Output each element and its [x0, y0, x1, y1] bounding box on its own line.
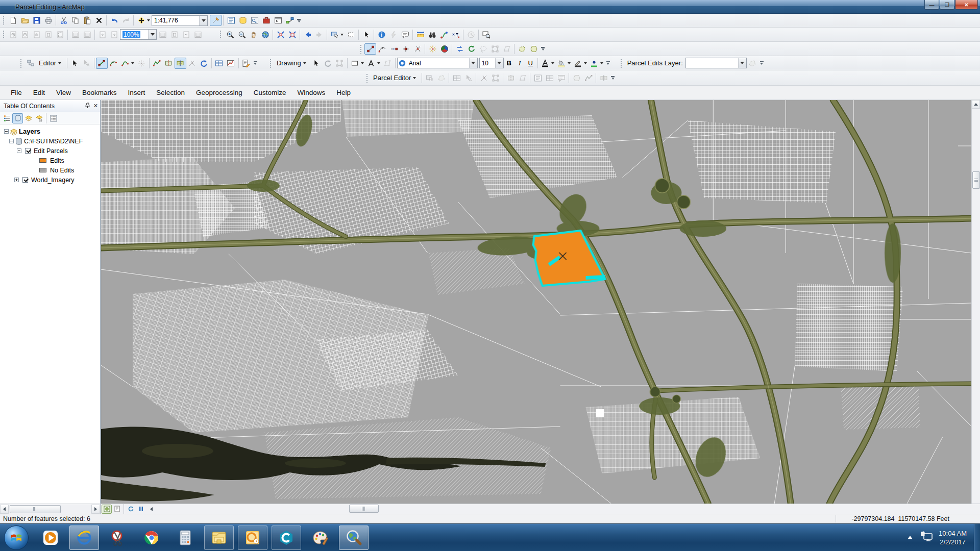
toolbar-overflow[interactable]: [254, 61, 257, 65]
go-back-extent-icon[interactable]: [96, 29, 108, 40]
taskbar-windows-explorer-icon[interactable]: [204, 525, 234, 550]
menu-edit[interactable]: Edit: [28, 87, 51, 98]
tray-expand-icon[interactable]: [907, 534, 913, 541]
edits-legend-label[interactable]: Edits: [50, 157, 64, 164]
parcel-split-icon[interactable]: [478, 72, 489, 84]
toolbar-overflow[interactable]: [606, 61, 610, 65]
close-button[interactable]: ✕: [955, 0, 978, 10]
parcel-merge-icon[interactable]: [505, 72, 517, 84]
cut-polygon-icon[interactable]: [163, 58, 175, 69]
toggle-draft-mode-icon[interactable]: [157, 29, 168, 40]
editor-dock-icon[interactable]: [24, 58, 36, 69]
attributes-icon[interactable]: [213, 58, 225, 69]
taskbar-outlook-icon[interactable]: [238, 525, 267, 550]
zoom-to-selected-icon[interactable]: [334, 58, 346, 69]
scroll-left-arrow[interactable]: [0, 505, 9, 514]
python-window-icon[interactable]: [272, 15, 284, 26]
find-route-icon[interactable]: [438, 29, 450, 40]
parcel-edits-layer-combo[interactable]: [685, 58, 747, 68]
parcel-help-icon[interactable]: [555, 72, 567, 84]
edit-parcels-label[interactable]: Edit Parcels: [34, 147, 68, 155]
menu-geoprocessing[interactable]: Geoprocessing: [190, 87, 248, 98]
split-icon[interactable]: [175, 58, 186, 69]
font-combo[interactable]: Arial: [397, 58, 478, 68]
shape-icon[interactable]: [349, 58, 361, 69]
taskbar-clock[interactable]: 10:04 AM 2/2/2017: [939, 529, 967, 546]
fill-color-dropdown[interactable]: [568, 62, 571, 64]
list-by-source-icon[interactable]: [12, 113, 23, 123]
taskbar-internet-explorer-icon[interactable]: [69, 525, 99, 550]
new-document-icon[interactable]: [7, 15, 19, 26]
parcel-editor-menu[interactable]: Parcel Editor: [371, 74, 420, 82]
undo-icon[interactable]: [108, 15, 120, 26]
no-edits-legend-swatch[interactable]: [39, 168, 46, 172]
parcel-explorer-icon[interactable]: [424, 72, 435, 84]
list-by-visibility-icon[interactable]: [23, 113, 34, 123]
curve-segment-icon[interactable]: [376, 43, 388, 55]
identify-icon[interactable]: [376, 29, 387, 40]
expand-collapse-box[interactable]: [14, 178, 19, 182]
add-data-dropdown[interactable]: [147, 19, 150, 21]
map-horizontal-scrollbar[interactable]: [158, 505, 980, 514]
pin-icon[interactable]: [85, 103, 90, 110]
text-icon[interactable]: [365, 58, 377, 69]
select-features-dropdown[interactable]: [340, 34, 344, 36]
redo-icon[interactable]: [120, 15, 132, 26]
buffer-polygon-icon[interactable]: [516, 43, 528, 55]
world-imagery-checkbox[interactable]: [22, 177, 28, 183]
taskbar-chrome-icon[interactable]: [137, 525, 166, 550]
show-desktop-button[interactable]: [974, 524, 980, 551]
expand-collapse-box[interactable]: [9, 139, 14, 143]
midpoint-icon[interactable]: [136, 58, 148, 69]
endpoint-arc-icon[interactable]: [108, 58, 119, 69]
data-view-button[interactable]: [102, 505, 112, 514]
open-icon[interactable]: [19, 15, 31, 26]
time-slider-icon[interactable]: [465, 29, 477, 40]
scroll-right-arrow[interactable]: [91, 505, 100, 514]
layout-zoom-combo[interactable]: 100%: [120, 29, 157, 40]
expand-collapse-box[interactable]: [4, 129, 9, 134]
layout-view-button[interactable]: [112, 505, 122, 514]
toolbar-grip[interactable]: [620, 59, 623, 68]
zoom-in-icon[interactable]: [224, 29, 236, 40]
font-dropdown[interactable]: [469, 58, 477, 68]
taskbar-arcmap-icon[interactable]: [339, 525, 369, 550]
shape-dropdown[interactable]: [361, 62, 364, 64]
italic-button[interactable]: I: [514, 58, 525, 68]
parcel-construct-icon[interactable]: [571, 72, 582, 84]
taskbar-windows-media-player-icon[interactable]: [36, 525, 65, 550]
toc-scroll-thumb[interactable]: [10, 505, 61, 513]
list-by-selection-icon[interactable]: [34, 113, 44, 123]
editor-toolbar-toggle-icon[interactable]: [210, 15, 222, 26]
edit-parcels-checkbox[interactable]: [25, 148, 31, 154]
pan-icon[interactable]: [248, 29, 259, 40]
no-edits-legend-label[interactable]: No Edits: [50, 167, 74, 174]
reshape-icon[interactable]: [151, 58, 163, 69]
html-popup-icon[interactable]: [399, 29, 411, 40]
select-elements-icon[interactable]: [310, 58, 322, 69]
parcel-details-icon[interactable]: [451, 72, 462, 84]
expand-collapse-box[interactable]: [17, 148, 21, 153]
maximize-button[interactable]: ❐: [940, 0, 954, 10]
cut-icon[interactable]: [58, 15, 69, 26]
parcel-remainder-icon[interactable]: [489, 72, 501, 84]
zoom-out-icon[interactable]: [236, 29, 248, 40]
hyperlink-icon[interactable]: [387, 29, 399, 40]
taskbar-paint-icon[interactable]: [305, 525, 335, 550]
taskbar-snipping-tool-icon[interactable]: [103, 525, 133, 550]
go-back-icon[interactable]: [302, 29, 313, 40]
modelbuilder-window-icon[interactable]: [284, 15, 296, 26]
adjust-net-icon[interactable]: [501, 43, 512, 55]
catalog-window-icon[interactable]: [237, 15, 249, 26]
straight-segment-icon[interactable]: [96, 58, 108, 69]
map-scale-combo[interactable]: 1:41,776: [152, 15, 208, 26]
lasso-icon[interactable]: [477, 43, 489, 55]
map-canvas[interactable]: [101, 100, 971, 504]
font-size-dropdown[interactable]: [495, 58, 503, 68]
vertical-scroll-thumb[interactable]: [972, 171, 980, 189]
rotate-icon[interactable]: [198, 58, 210, 69]
flip-icon[interactable]: [454, 43, 465, 55]
parcel-transfer-icon[interactable]: [598, 72, 609, 84]
toc-root-label[interactable]: Layers: [19, 128, 40, 135]
toolbar-grip[interactable]: [219, 30, 222, 39]
